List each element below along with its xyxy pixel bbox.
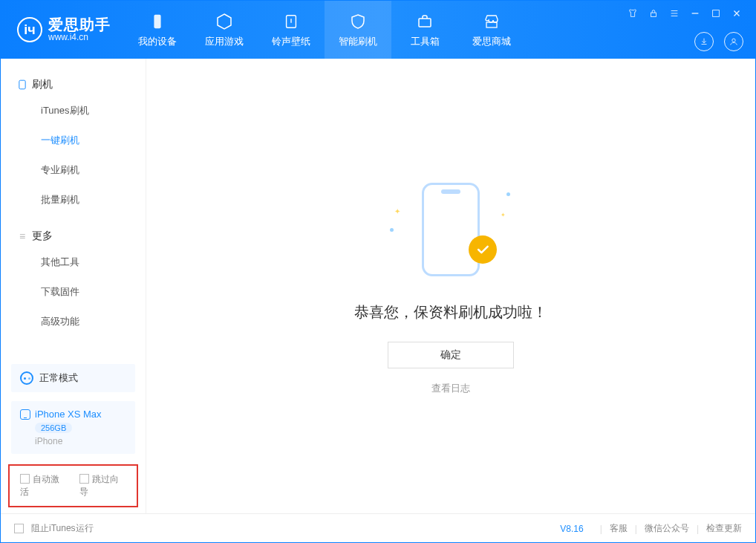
device-subtitle: iPhone — [35, 436, 126, 446]
block-itunes-label[interactable]: 阻止iTunes运行 — [31, 522, 94, 535]
header: iч 爱思助手 www.i4.cn 我的设备 应用游戏 铃声壁纸 智能刷机 工具… — [1, 1, 755, 59]
footer: 阻止iTunes运行 V8.16 | 客服 | 微信公众号 | 检查更新 — [1, 513, 755, 543]
sidebar-group-more: ≡ 更多 — [1, 224, 146, 247]
sidebar-item-oneclick-flash[interactable]: 一键刷机 — [1, 126, 146, 155]
device-capacity: 256GB — [35, 423, 72, 433]
main-content: ✦ ✦ 恭喜您，保资料刷机成功啦！ 确定 查看日志 — [146, 59, 755, 513]
phone-illustration-icon — [422, 183, 480, 276]
device-info[interactable]: iPhone XS Max 256GB iPhone — [11, 401, 135, 454]
sidebar-item-pro-flash[interactable]: 专业刷机 — [1, 155, 146, 185]
svg-rect-2 — [419, 19, 431, 27]
list-icon: ≡ — [17, 231, 27, 241]
tab-ringtones[interactable]: 铃声壁纸 — [258, 1, 325, 59]
download-icon[interactable] — [694, 32, 714, 51]
device-name: iPhone XS Max — [35, 409, 102, 420]
phone-small-icon — [17, 79, 27, 90]
sidebar-item-itunes-flash[interactable]: iTunes刷机 — [1, 96, 146, 126]
version-label: V8.16 — [560, 524, 583, 534]
tab-flash[interactable]: 智能刷机 — [325, 1, 391, 59]
music-icon — [281, 11, 302, 32]
sparkle-icon: ✦ — [394, 207, 400, 215]
briefcase-icon — [414, 11, 435, 32]
cube-icon — [214, 11, 235, 32]
tab-my-device[interactable]: 我的设备 — [124, 1, 191, 59]
tab-toolbox[interactable]: 工具箱 — [391, 1, 458, 59]
checkbox-icon[interactable] — [20, 474, 30, 484]
logo: iч 爱思助手 www.i4.cn — [1, 1, 124, 59]
flash-options: 自动激活 跳过向导 — [8, 464, 138, 507]
shield-icon — [348, 11, 368, 32]
sidebar-item-advanced[interactable]: 高级功能 — [1, 307, 146, 336]
minimize-icon[interactable] — [688, 7, 702, 20]
success-message: 恭喜您，保资料刷机成功啦！ — [354, 302, 547, 322]
option-skip-guide[interactable]: 跳过向导 — [79, 473, 127, 498]
sidebar-group-flash: 刷机 — [1, 72, 146, 96]
close-icon[interactable] — [730, 7, 743, 20]
tab-store[interactable]: 爱思商城 — [458, 1, 525, 59]
menu-icon[interactable] — [668, 7, 681, 20]
app-domain: www.i4.cn — [48, 33, 111, 42]
user-icon[interactable] — [724, 32, 743, 51]
maximize-icon[interactable] — [709, 7, 723, 20]
check-update-link[interactable]: 检查更新 — [706, 522, 742, 535]
svg-rect-5 — [713, 10, 720, 17]
support-link[interactable]: 客服 — [610, 522, 628, 535]
logo-icon: iч — [17, 17, 42, 42]
view-log-link[interactable]: 查看日志 — [431, 382, 470, 395]
success-illustration: ✦ ✦ — [399, 178, 503, 282]
tshirt-icon[interactable] — [626, 7, 639, 20]
sparkle-icon: ✦ — [501, 212, 506, 218]
wechat-link[interactable]: 微信公众号 — [645, 522, 689, 535]
option-auto-activate[interactable]: 自动激活 — [20, 473, 68, 498]
phone-icon — [147, 11, 168, 32]
lock-icon[interactable] — [647, 7, 660, 20]
sidebar-item-download-firmware[interactable]: 下载固件 — [1, 277, 146, 307]
checkbox-icon[interactable] — [14, 524, 24, 533]
sidebar-item-other-tools[interactable]: 其他工具 — [1, 247, 146, 277]
dot-icon — [390, 228, 394, 232]
svg-point-6 — [732, 39, 735, 42]
svg-rect-0 — [154, 15, 160, 28]
confirm-button[interactable]: 确定 — [388, 342, 514, 368]
device-phone-icon — [20, 409, 30, 420]
svg-rect-3 — [486, 22, 497, 27]
sidebar: 刷机 iTunes刷机 一键刷机 专业刷机 批量刷机 ≡ 更多 其他工具 下载固… — [1, 59, 146, 513]
success-check-icon — [469, 235, 497, 264]
sidebar-item-batch-flash[interactable]: 批量刷机 — [1, 185, 146, 215]
window-controls — [626, 7, 743, 20]
app-title: 爱思助手 — [48, 16, 111, 33]
mode-icon — [20, 371, 33, 385]
dot-icon — [506, 192, 510, 196]
svg-rect-4 — [651, 13, 656, 16]
mode-indicator[interactable]: 正常模式 — [11, 364, 135, 392]
store-icon — [481, 11, 502, 32]
header-aux — [694, 32, 743, 51]
tab-apps[interactable]: 应用游戏 — [191, 1, 258, 59]
checkbox-icon[interactable] — [79, 474, 89, 484]
svg-rect-7 — [19, 80, 25, 89]
